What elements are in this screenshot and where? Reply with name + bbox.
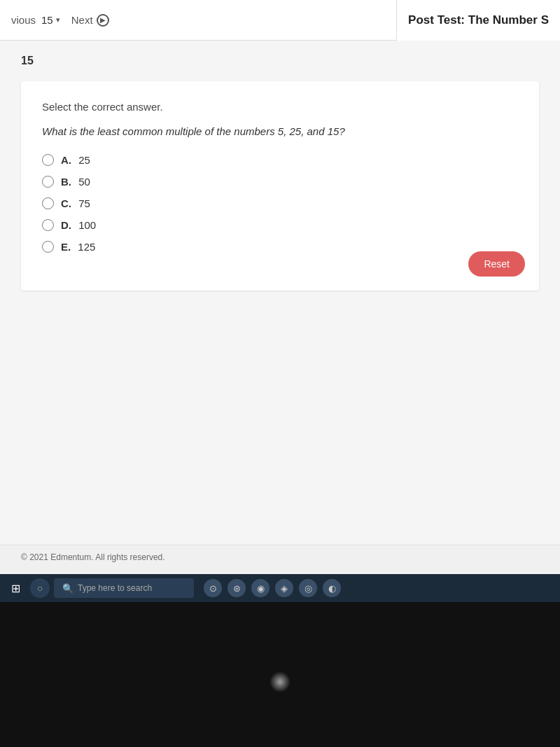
radio-c[interactable] bbox=[42, 197, 54, 209]
instruction-text: Select the correct answer. bbox=[42, 101, 518, 113]
taskbar-search-box[interactable]: 🔍 Type here to search bbox=[54, 578, 194, 598]
question-number-display: 15 bbox=[21, 55, 539, 67]
question-card: Select the correct answer. What is the l… bbox=[21, 81, 539, 291]
option-d[interactable]: D. 100 bbox=[42, 219, 518, 231]
question-number-nav[interactable]: 15 ▾ bbox=[41, 14, 60, 26]
taskbar-icon-2[interactable]: ⊛ bbox=[227, 579, 246, 597]
footer: © 2021 Edmentum. All rights reserved. bbox=[0, 545, 560, 569]
radio-a[interactable] bbox=[42, 154, 54, 166]
screen: vious 15 ▾ Next ▶ Post Test: The Number … bbox=[0, 0, 560, 574]
taskbar-search-placeholder: Type here to search bbox=[78, 583, 152, 593]
option-a-value: 25 bbox=[78, 154, 90, 166]
keyboard-light bbox=[270, 671, 290, 692]
next-circle-icon: ▶ bbox=[97, 14, 109, 27]
radio-d[interactable] bbox=[42, 219, 54, 231]
main-content: 15 Select the correct answer. What is th… bbox=[0, 41, 560, 545]
taskbar-search-icon-btn[interactable]: ○ bbox=[30, 578, 50, 598]
question-text: What is the least common multiple of the… bbox=[42, 125, 518, 137]
option-a-letter: A. bbox=[61, 154, 71, 166]
option-a[interactable]: A. 25 bbox=[42, 154, 518, 166]
radio-b[interactable] bbox=[42, 176, 54, 188]
taskbar-icon-5[interactable]: ◎ bbox=[299, 579, 317, 597]
taskbar: ⊞ ○ 🔍 Type here to search ⊙ ⊛ ◉ ◈ ◎ ◐ bbox=[0, 574, 560, 602]
option-c-label: C. 75 bbox=[61, 197, 90, 209]
top-navigation: vious 15 ▾ Next ▶ Post Test: The Number … bbox=[0, 0, 560, 41]
option-d-letter: D. bbox=[61, 219, 71, 231]
option-b-label: B. 50 bbox=[61, 176, 90, 188]
option-a-label: A. 25 bbox=[61, 154, 90, 166]
windows-start-button[interactable]: ⊞ bbox=[6, 579, 26, 598]
option-c[interactable]: C. 75 bbox=[42, 197, 518, 209]
taskbar-icon-1[interactable]: ⊙ bbox=[204, 579, 222, 597]
question-num-value: 15 bbox=[41, 14, 53, 26]
magnifier-icon: 🔍 bbox=[62, 583, 74, 594]
radio-e[interactable] bbox=[42, 241, 54, 253]
option-e-label: E. 125 bbox=[61, 241, 95, 253]
option-e[interactable]: E. 125 bbox=[42, 241, 518, 253]
option-e-letter: E. bbox=[61, 241, 71, 253]
option-c-value: 75 bbox=[78, 197, 90, 209]
taskbar-icon-4[interactable]: ◈ bbox=[275, 579, 293, 597]
option-b-letter: B. bbox=[61, 176, 71, 188]
previous-label: vious bbox=[11, 14, 36, 26]
taskbar-icon-3[interactable]: ◉ bbox=[251, 579, 270, 597]
options-list: A. 25 B. 50 C. 75 bbox=[42, 154, 518, 253]
taskbar-icon-6[interactable]: ◐ bbox=[323, 579, 341, 597]
next-label: Next bbox=[71, 14, 93, 26]
option-b-value: 50 bbox=[78, 176, 90, 188]
option-b[interactable]: B. 50 bbox=[42, 176, 518, 188]
next-button[interactable]: Next ▶ bbox=[71, 14, 109, 27]
reset-button[interactable]: Reset bbox=[468, 251, 525, 277]
option-e-value: 125 bbox=[78, 241, 95, 253]
page-title: Post Test: The Number S bbox=[396, 0, 560, 41]
option-d-value: 100 bbox=[78, 219, 96, 231]
taskbar-system-icons: ⊙ ⊛ ◉ ◈ ◎ ◐ bbox=[204, 579, 341, 597]
option-c-letter: C. bbox=[61, 197, 71, 209]
keyboard-area bbox=[0, 602, 560, 747]
search-icon: ○ bbox=[37, 582, 43, 594]
option-d-label: D. 100 bbox=[61, 219, 96, 231]
chevron-down-icon: ▾ bbox=[56, 15, 60, 25]
copyright-text: © 2021 Edmentum. All rights reserved. bbox=[21, 552, 165, 562]
